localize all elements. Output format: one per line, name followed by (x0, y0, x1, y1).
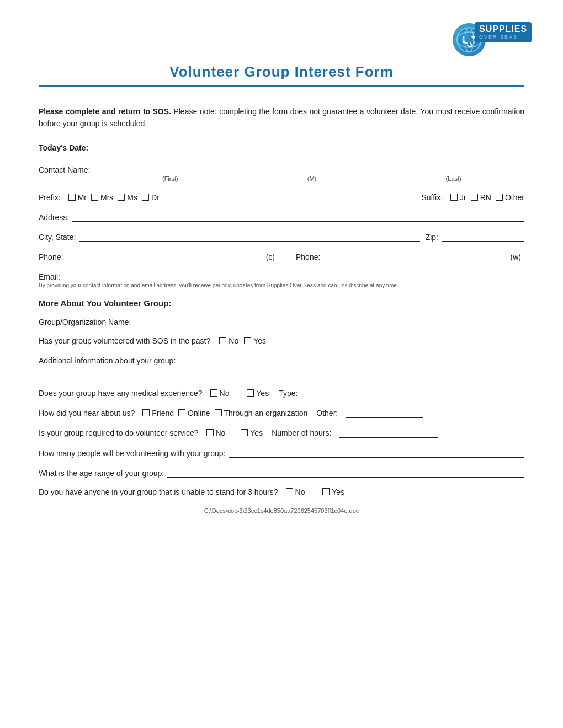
phone-c-label: Phone: (39, 253, 63, 261)
suffix-other[interactable]: Other (496, 193, 524, 202)
intro-text: Please complete and return to SOS. Pleas… (39, 105, 524, 130)
todays-date-field[interactable] (92, 142, 524, 152)
prefix-dr[interactable]: Dr (142, 193, 160, 202)
age-range-row: What is the age range of your group: (39, 468, 524, 478)
required-yes[interactable]: Yes (241, 429, 263, 437)
footer-path: C:\Docs\doc-3\33cc1c4de850aa72962545703f… (39, 507, 524, 514)
stand-no[interactable]: No (286, 488, 305, 496)
phone-w-label: Phone: (296, 253, 320, 261)
required-hours-label: Number of hours: (272, 429, 331, 437)
prefix-ms[interactable]: Ms (118, 193, 137, 202)
logo-supplies-text: SUPPLIES (479, 24, 527, 34)
volunteered-no-label: No (229, 336, 238, 345)
medical-label: Does your group have any medical experie… (39, 389, 203, 398)
suffix-group: Suffix: Jr RN Other (421, 193, 524, 202)
phone-c-field[interactable] (66, 251, 263, 261)
phone-w-suffix: (w) (511, 253, 521, 261)
stand-yes-label: Yes (332, 488, 344, 496)
contact-name-field[interactable] (92, 164, 524, 174)
additional-field[interactable] (179, 355, 524, 365)
required-yes-label: Yes (250, 429, 263, 437)
hear-org-label: Through an organization (224, 409, 308, 417)
suffix-other-label: Other (505, 193, 524, 202)
checkbox-med-yes-icon[interactable] (247, 389, 254, 397)
medical-yes[interactable]: Yes (247, 389, 269, 398)
checkbox-stand-no-icon[interactable] (286, 488, 293, 495)
email-note: By providing your contact information an… (39, 282, 524, 288)
prefix-suffix-row: Prefix: Mr Mrs Ms Dr Suffix: Jr RN Other (39, 193, 524, 202)
additional-label: Additional information about your group: (39, 356, 176, 365)
checkbox-rn-icon[interactable] (471, 194, 478, 201)
suffix-jr[interactable]: Jr (450, 193, 466, 202)
hear-org[interactable]: Through an organization (215, 409, 308, 417)
additional-line2[interactable] (39, 367, 524, 377)
medical-type-label: Type: (279, 389, 298, 398)
age-range-label: What is the age range of your group: (39, 469, 164, 478)
logo-over-seas-text: OVER SEAS (479, 34, 518, 41)
required-no[interactable]: No (206, 429, 226, 437)
group-org-field[interactable] (134, 317, 524, 326)
checkbox-vol-no-icon[interactable] (219, 337, 226, 344)
contact-name-block: Contact Name: (First) (M) (Last) (39, 164, 524, 182)
prefix-mr[interactable]: Mr (68, 193, 87, 202)
volunteered-no[interactable]: No (219, 336, 238, 345)
required-hours-field[interactable] (339, 428, 438, 438)
zip-field[interactable] (442, 232, 524, 242)
logo: SUPPLIES OVER SEAS (453, 22, 524, 58)
group-org-label: Group/Organization Name: (39, 318, 131, 326)
required-row: Is your group required to do volunteer s… (39, 428, 524, 438)
logo-text: SUPPLIES OVER SEAS (475, 22, 532, 42)
checkbox-vol-yes-icon[interactable] (244, 337, 251, 344)
prefix-mrs[interactable]: Mrs (91, 193, 113, 202)
address-label: Address: (39, 213, 69, 222)
checkbox-mr-icon[interactable] (68, 194, 76, 201)
checkbox-org-icon[interactable] (215, 409, 222, 416)
hear-row: How did you hear about us? Friend Online… (39, 408, 524, 418)
age-range-field[interactable] (167, 468, 524, 478)
middle-sub-label: (M) (241, 175, 383, 182)
logo-area: SUPPLIES OVER SEAS (39, 22, 524, 58)
checkbox-jr-icon[interactable] (450, 194, 458, 201)
intro-bold: Please complete and return to SOS. (39, 107, 171, 116)
how-many-field[interactable] (229, 448, 524, 458)
phone-row: Phone: (c) Phone: (w) (39, 251, 524, 261)
medical-no-label: No (220, 389, 230, 398)
email-row: Email: (39, 271, 524, 281)
phone-c-suffix: (c) (266, 253, 275, 261)
checkbox-online-icon[interactable] (178, 409, 185, 416)
city-state-field[interactable] (79, 232, 419, 242)
how-many-label: How many people will be volunteering wit… (39, 449, 226, 458)
suffix-rn[interactable]: RN (471, 193, 491, 202)
checkbox-ms-icon[interactable] (118, 194, 125, 201)
group-org-row: Group/Organization Name: (39, 317, 524, 326)
checkbox-dr-icon[interactable] (142, 194, 149, 201)
city-zip-row: City, State: Zip: (39, 232, 524, 242)
phone-work-group: Phone: (w) (285, 251, 524, 261)
more-about-heading: More About You Volunteer Group: (39, 298, 524, 308)
stand-row: Do you have anyone in your group that is… (39, 488, 524, 496)
hear-friend[interactable]: Friend (142, 409, 174, 417)
suffix-label: Suffix: (421, 193, 443, 202)
stand-yes[interactable]: Yes (322, 488, 344, 496)
checkbox-other-icon[interactable] (496, 194, 503, 201)
email-field[interactable] (63, 271, 524, 281)
medical-type-field[interactable] (305, 388, 524, 398)
phone-w-field[interactable] (323, 251, 508, 261)
address-field[interactable] (72, 212, 524, 222)
checkbox-req-no-icon[interactable] (206, 429, 214, 436)
medical-yes-label: Yes (256, 389, 269, 398)
checkbox-req-yes-icon[interactable] (241, 429, 248, 436)
hear-other-field[interactable] (346, 408, 423, 418)
volunteered-yes[interactable]: Yes (244, 336, 266, 345)
hear-online[interactable]: Online (178, 409, 210, 417)
checkbox-mrs-icon[interactable] (91, 194, 98, 201)
medical-no[interactable]: No (210, 389, 230, 398)
city-state-label: City, State: (39, 233, 76, 242)
checkbox-stand-yes-icon[interactable] (322, 488, 330, 495)
checkbox-med-no-icon[interactable] (210, 389, 217, 397)
how-many-row: How many people will be volunteering wit… (39, 448, 524, 458)
required-label: Is your group required to do volunteer s… (39, 429, 199, 437)
hear-other-label: Other: (316, 409, 338, 417)
checkbox-friend-icon[interactable] (142, 409, 150, 416)
stand-label: Do you have anyone in your group that is… (39, 488, 278, 496)
